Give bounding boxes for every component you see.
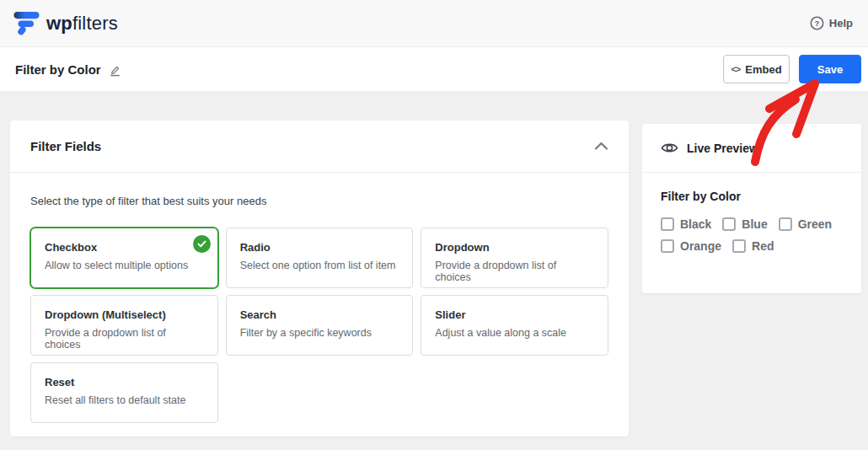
save-button-label: Save — [817, 63, 843, 76]
filter-fields-panel: Filter Fields Select the type of filter … — [10, 121, 629, 437]
checkbox-orange[interactable] — [661, 239, 674, 253]
filter-type-grid: Checkbox Allow to select multiple option… — [30, 228, 608, 423]
filter-card-title: Dropdown (Multiselect) — [45, 308, 204, 321]
title-bar-actions: <> Embed Save — [723, 55, 861, 83]
checkbox-blue[interactable] — [722, 217, 736, 231]
checkbox-label: Orange — [680, 239, 721, 253]
filter-card-search[interactable]: Search Filter by a specific keywords — [226, 295, 414, 356]
checkbox-red[interactable] — [732, 239, 746, 253]
filter-fields-subtitle: Select the type of filter that best suit… — [30, 195, 608, 207]
logo-text: wpfilters — [46, 13, 118, 35]
preview-option-green[interactable]: Green — [779, 217, 832, 231]
logo-text-light: filters — [72, 13, 118, 34]
filter-card-description: Provide a dropdown list of choices — [435, 260, 594, 283]
page-title-text: Filter by Color — [15, 62, 101, 77]
filter-card-description: Provide a dropdown list of choices — [45, 327, 204, 351]
filter-card-title: Slider — [435, 308, 594, 321]
checkbox-label: Green — [798, 217, 832, 231]
checkbox-label: Red — [752, 239, 774, 253]
save-button[interactable]: Save — [799, 55, 861, 83]
filter-card-slider[interactable]: Slider Adjust a value along a scale — [421, 295, 608, 356]
filter-card-title: Reset — [45, 376, 204, 388]
help-question-icon: ? — [810, 16, 824, 30]
preview-option-black[interactable]: Black — [661, 217, 711, 231]
wpfilters-logo[interactable]: wpfilters — [13, 11, 118, 35]
filter-card-description: Reset all filters to default state — [45, 394, 204, 406]
filter-card-description: Adjust a value along a scale — [435, 327, 594, 339]
filter-fields-header: Filter Fields — [10, 121, 629, 173]
app-header: wpfilters ? Help — [0, 0, 868, 47]
logo-text-bold: wp — [46, 13, 72, 34]
checkbox-black[interactable] — [661, 217, 674, 231]
filter-card-reset[interactable]: Reset Reset all filters to default state — [30, 362, 218, 423]
preview-option-red[interactable]: Red — [732, 239, 774, 253]
help-label: Help — [829, 17, 853, 29]
preview-option-orange[interactable]: Orange — [661, 239, 721, 253]
filter-card-title: Radio — [240, 241, 399, 254]
embed-button[interactable]: <> Embed — [723, 55, 790, 83]
checkbox-label: Black — [680, 217, 711, 231]
page-title: Filter by Color — [15, 62, 121, 77]
live-preview-options: Black Blue Green Orange Red — [661, 217, 843, 253]
filter-card-checkbox[interactable]: Checkbox Allow to select multiple option… — [30, 228, 218, 288]
filter-card-description: Filter by a specific keywords — [240, 327, 399, 339]
filter-card-title: Checkbox — [45, 241, 204, 254]
filter-fields-body: Select the type of filter that best suit… — [10, 173, 629, 435]
filter-card-radio[interactable]: Radio Select one option from list of ite… — [226, 228, 414, 288]
filter-card-title: Search — [240, 308, 399, 321]
code-brackets-icon: <> — [731, 64, 740, 74]
filter-fields-title: Filter Fields — [30, 139, 101, 153]
filter-card-dropdown[interactable]: Dropdown Provide a dropdown list of choi… — [421, 228, 608, 288]
preview-option-blue[interactable]: Blue — [722, 217, 767, 231]
live-preview-panel: Live Preview Filter by Color Black Blue … — [642, 124, 861, 293]
live-preview-title: Live Preview — [687, 142, 758, 155]
filter-card-title: Dropdown — [435, 241, 594, 254]
help-link[interactable]: ? Help — [810, 16, 853, 30]
live-preview-body: Filter by Color Black Blue Green Orange … — [642, 173, 861, 270]
embed-button-label: Embed — [745, 63, 781, 76]
svg-text:?: ? — [814, 19, 819, 28]
wpfilters-funnel-icon — [13, 11, 40, 35]
eye-icon — [661, 142, 678, 154]
live-preview-header: Live Preview — [642, 124, 861, 173]
filter-card-description: Select one option from list of item — [240, 260, 399, 271]
filter-card-dropdown-multiselect[interactable]: Dropdown (Multiselect) Provide a dropdow… — [30, 295, 218, 356]
filter-card-description: Allow to select multiple options — [45, 260, 204, 271]
selected-check-icon — [193, 235, 211, 253]
checkbox-label: Blue — [742, 217, 767, 231]
title-bar: Filter by Color <> Embed Save — [0, 47, 868, 91]
edit-title-pencil-icon[interactable] — [109, 64, 121, 77]
live-preview-heading: Filter by Color — [661, 190, 843, 203]
checkbox-green[interactable] — [779, 217, 792, 231]
chevron-up-icon[interactable] — [594, 142, 608, 151]
